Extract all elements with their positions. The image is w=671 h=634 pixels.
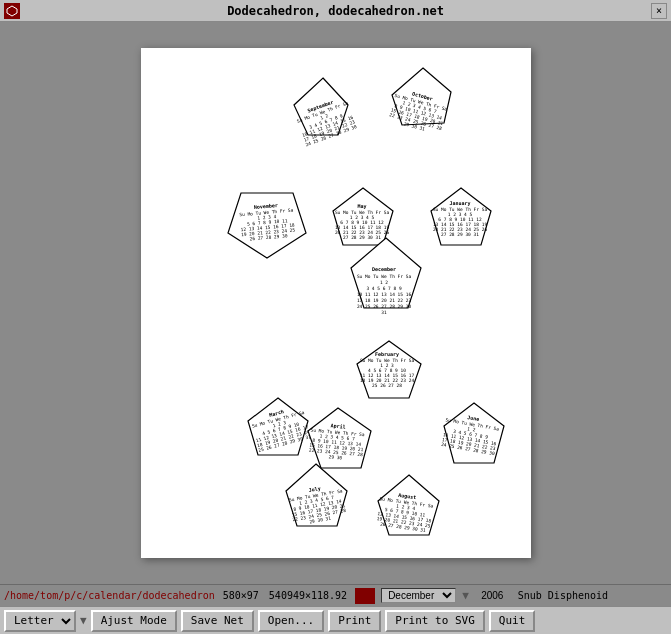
year-separator: ▼: [462, 589, 469, 602]
print-button[interactable]: Print: [328, 610, 381, 632]
svg-text:27 28 29 30 31: 27 28 29 30 31: [441, 232, 479, 237]
svg-text:February: February: [374, 351, 398, 358]
window-title: Dodecahedron, dodecahedron.net: [20, 4, 651, 18]
paper-size-selector[interactable]: Letter A4 Legal: [4, 610, 76, 632]
canvas-area: September Su Mo Tu We Th Fr Sa 1 2 3 4 5…: [0, 22, 671, 584]
svg-marker-0: [7, 6, 17, 16]
svg-text:Su Mo Tu We Th Fr Sa: Su Mo Tu We Th Fr Sa: [356, 274, 410, 279]
year-field[interactable]: [475, 590, 510, 601]
status-bar: /home/tom/p/c/calendar/dodecahedron 580×…: [0, 584, 671, 606]
toolbar: Letter A4 Legal ▼ Ajust Mode Save Net Op…: [0, 606, 671, 634]
month-selector[interactable]: December January February March April Ma…: [381, 588, 456, 603]
svg-text:1  2: 1 2: [379, 280, 387, 285]
svg-text:25 26 27 28: 25 26 27 28: [372, 383, 402, 388]
svg-text:10 11 12 13 14 15 16: 10 11 12 13 14 15 16: [356, 292, 410, 297]
app-icon: [4, 3, 20, 19]
svg-text:May: May: [357, 203, 366, 210]
adjust-mode-button[interactable]: Ajust Mode: [91, 610, 177, 632]
color-swatch: [355, 588, 375, 604]
svg-text:3  4  5  6  7  8  9: 3 4 5 6 7 8 9: [366, 286, 402, 291]
coordinates-field: 540949×118.92: [267, 590, 349, 601]
print-to-svg-button[interactable]: Print to SVG: [385, 610, 484, 632]
svg-text:31: 31: [381, 310, 387, 315]
title-bar: Dodecahedron, dodecahedron.net ×: [0, 0, 671, 22]
file-path: /home/tom/p/c/calendar/dodecahedron: [4, 590, 215, 601]
paper-size-arrow[interactable]: ▼: [80, 614, 87, 627]
svg-text:17 18 19 20 21 22 23: 17 18 19 20 21 22 23: [356, 298, 410, 303]
svg-text:24 25 26 27 28 29 30: 24 25 26 27 28 29 30: [356, 304, 410, 309]
open-button[interactable]: Open...: [258, 610, 324, 632]
shape-field: Snub Disphenoid: [516, 590, 610, 601]
document-paper: September Su Mo Tu We Th Fr Sa 1 2 3 4 5…: [141, 48, 531, 558]
svg-text:27 28 29 30 31: 27 28 29 30 31: [343, 235, 381, 240]
quit-button[interactable]: Quit: [489, 610, 536, 632]
dimensions-field: 580×97: [221, 590, 261, 601]
svg-text:January: January: [449, 200, 470, 207]
svg-text:December: December: [371, 266, 395, 272]
close-button[interactable]: ×: [651, 3, 667, 19]
save-net-button[interactable]: Save Net: [181, 610, 254, 632]
